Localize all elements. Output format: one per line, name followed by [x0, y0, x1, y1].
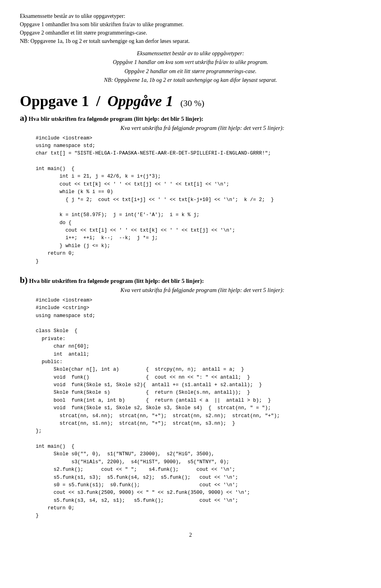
header-line1: Eksamenssette består av to ulike oppgave… — [20, 12, 361, 20]
part-a-question-bokmaal: Hva blir utskriften fra følgende program… — [29, 116, 203, 122]
header-line3: Oppgave 2 omhandler et litt større progr… — [20, 29, 361, 37]
header-line2: Oppgave 1 omhandler hva som blir utskrif… — [20, 20, 361, 29]
oppgave1-title-bokmaal: Oppgave 1 — [20, 92, 89, 110]
oppgave1-title: Oppgave 1 / Oppgåve 1 (30 %) — [20, 92, 361, 110]
italic-line2: Oppgåve 1 handlar om kva som vert utskri… — [20, 58, 361, 67]
header-line4: NB: Oppgavene 1a, 1b og 2 er totalt uavh… — [20, 37, 361, 45]
italic-line4: NB: Oppgåvene 1a, 1b og 2 er totalt uavh… — [20, 76, 361, 85]
part-a-code: #include <iostream> using namespace std;… — [36, 135, 361, 265]
part-a: a) Hva blir utskriften fra følgende prog… — [20, 113, 361, 132]
part-a-label: a) — [20, 113, 27, 123]
italic-line3: Oppgåve 2 handlar om eit litt større pro… — [20, 67, 361, 76]
italic-line1: Eksamenssettet består av to ulike oppgåv… — [20, 49, 361, 58]
part-b-code: #include <iostream> #include <cstring> u… — [36, 297, 361, 520]
part-b-question-bokmaal: Hva blir utskriften fra følgende program… — [29, 278, 204, 284]
oppgave1-separator: / — [96, 92, 100, 110]
part-a-question-nynorsk: Kva vert utskrifta frå følgjande program… — [44, 125, 361, 132]
page-number: 2 — [20, 532, 361, 538]
part-b: b) Hva blir utskriften fra følgende prog… — [20, 275, 361, 294]
italic-header-block: Eksamenssettet består av to ulike oppgåv… — [20, 49, 361, 85]
header-block: Eksamenssette består av to ulike oppgave… — [20, 12, 361, 45]
oppgave1-score: (30 %) — [180, 98, 204, 108]
part-b-question-nynorsk: Kva vert utskrifta frå følgjande program… — [44, 287, 361, 294]
oppgave1-title-nynorsk: Oppgåve 1 — [108, 92, 173, 110]
part-b-label: b) — [20, 275, 28, 285]
